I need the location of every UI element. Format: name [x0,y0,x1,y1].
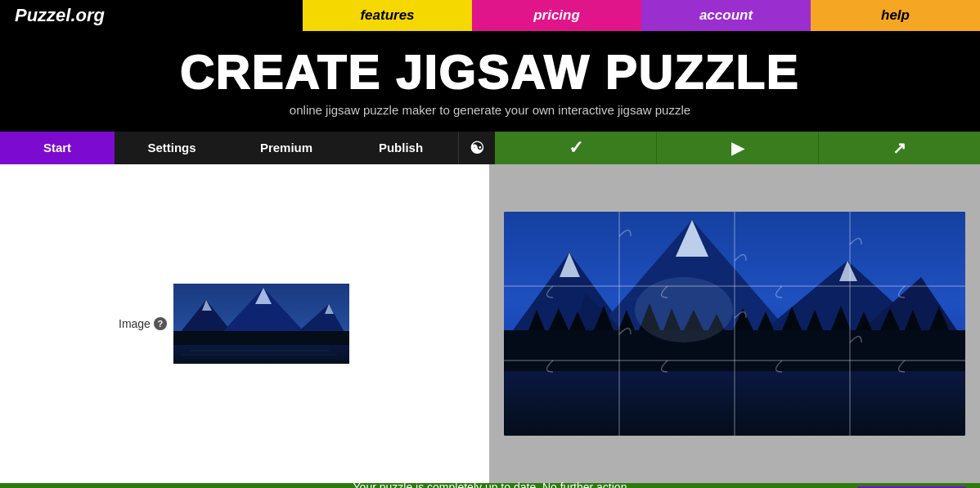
tab-check-icon[interactable]: ✓ [495,132,656,164]
tab-yinyang-icon[interactable]: ☯ [458,132,495,164]
tab-play-icon[interactable]: ▶ [656,132,818,164]
page-title: CREATE JIGSAW PUZZLE [0,46,980,98]
tab-settings[interactable]: Settings [115,132,229,164]
top-nav: Puzzel.org features pricing account help [0,0,980,31]
left-panel: Image ? [0,164,489,483]
nav-help[interactable]: help [811,0,980,31]
image-label-text: Image [119,317,151,330]
nav-account[interactable]: account [641,0,811,31]
main-content: Image ? [0,164,980,483]
image-help-icon[interactable]: ? [154,317,167,330]
nav-pricing[interactable]: pricing [472,0,641,31]
logo-area: Puzzel.org [0,0,303,31]
tab-start[interactable]: Start [0,132,115,164]
right-panel [489,164,980,483]
tab-premium[interactable]: Premium [229,132,344,164]
puzzle-container [504,212,965,436]
image-label: Image ? [119,317,167,330]
hero-section: CREATE JIGSAW PUZZLE online jigsaw puzzl… [0,31,980,132]
thumbnail-image [173,284,349,364]
tab-share-icon[interactable]: ↗ [818,132,980,164]
puzzle-grid-svg [504,212,965,436]
puzzle-image [504,212,965,436]
thumbnail-scene [173,284,349,364]
site-logo[interactable]: Puzzel.org [15,5,105,26]
page-subtitle: online jigsaw puzzle maker to generate y… [0,103,980,117]
nav-features[interactable]: features [303,0,472,31]
tab-publish[interactable]: Publish [344,132,458,164]
status-bar: Your puzzle is completely up to date. No… [0,483,980,488]
tab-bar: Start Settings Premium Publish ☯ ✓ ▶ ↗ [0,132,980,164]
